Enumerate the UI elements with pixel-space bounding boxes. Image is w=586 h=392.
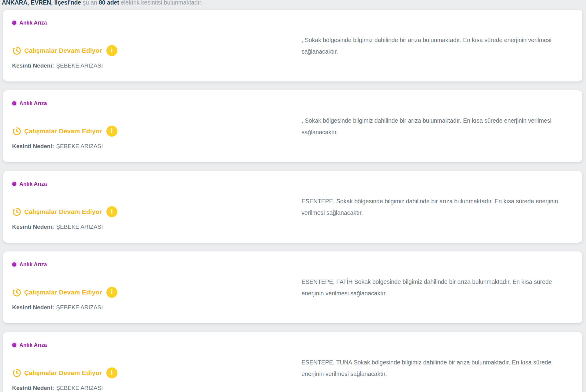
outage-reason: Kesinti Nedeni: ŞEBEKE ARIZASI: [12, 304, 287, 311]
outage-card: Anlık Arıza Çalışmalar Devam Ediyor i: [3, 332, 582, 392]
outage-summary-header: ANKARA, EVREN, İlçesi'nde şu an 80 adet …: [0, 0, 586, 6]
card-right-column: ESENTEPE, Sokak bölgesinde bilgimiz dahi…: [293, 179, 582, 235]
outage-card: Anlık Arıza Çalışmalar Devam Ediyor i: [3, 251, 582, 323]
card-left-column: Anlık Arıza Çalışmalar Devam Ediyor i: [3, 171, 293, 243]
info-icon[interactable]: i: [106, 287, 117, 298]
info-icon[interactable]: i: [106, 45, 117, 56]
status-label: Çalışmalar Devam Ediyor: [24, 128, 102, 135]
summary-tail-text: elektrik kesintisi bulunmaktadır.: [121, 0, 203, 6]
card-left-column: Anlık Arıza Çalışmalar Devam Ediyor i: [3, 10, 293, 81]
history-icon: [12, 46, 22, 55]
card-left-column: Anlık Arıza Çalışmalar Devam Ediyor i: [3, 90, 293, 162]
outage-reason: Kesinti Nedeni: ŞEBEKE ARIZASI: [12, 223, 287, 231]
card-right-column: ESENTEPE, FATİH Sokak bölgesinde bilgimi…: [293, 259, 582, 315]
outage-type-label: Anlık Arıza: [19, 342, 47, 348]
outage-type-label: Anlık Arıza: [19, 181, 47, 187]
outage-card: Anlık Arıza Çalışmalar Devam Ediyor i: [3, 10, 582, 81]
reason-value: ŞEBEKE ARIZASI: [56, 62, 103, 69]
outage-card: Anlık Arıza Çalışmalar Devam Ediyor i: [3, 90, 582, 162]
status-label: Çalışmalar Devam Ediyor: [24, 208, 102, 215]
card-right-column: , Sokak bölgesinde bilgimiz dahilinde bi…: [293, 18, 582, 74]
status-dot-icon: [12, 262, 16, 267]
history-icon: [12, 368, 22, 378]
status-label: Çalışmalar Devam Ediyor: [24, 289, 102, 296]
reason-label: Kesinti Nedeni:: [12, 143, 54, 150]
reason-label: Kesinti Nedeni:: [12, 224, 54, 230]
outage-description: , Sokak bölgesinde bilgimiz dahilinde bi…: [301, 34, 574, 57]
reason-label: Kesinti Nedeni:: [12, 62, 54, 69]
status-dot-icon: [12, 101, 16, 105]
outage-reason: Kesinti Nedeni: ŞEBEKE ARIZASI: [12, 384, 287, 392]
info-icon[interactable]: i: [106, 367, 117, 378]
info-icon-glyph: i: [111, 208, 113, 215]
outage-type-badge: Anlık Arıza: [12, 342, 287, 348]
card-right-column: ESENTEPE, TUNA Sokak bölgesinde bilgimiz…: [293, 340, 582, 392]
outage-reason: Kesinti Nedeni: ŞEBEKE ARIZASI: [12, 142, 287, 150]
info-icon[interactable]: i: [106, 206, 117, 217]
reason-value: ŞEBEKE ARIZASI: [56, 304, 103, 311]
outage-type-badge: Anlık Arıza: [12, 100, 287, 107]
summary-mid-text: şu an: [83, 0, 97, 6]
status-row: Çalışmalar Devam Ediyor i: [12, 125, 287, 137]
reason-value: ŞEBEKE ARIZASI: [56, 385, 103, 391]
reason-value: ŞEBEKE ARIZASI: [56, 143, 103, 150]
outage-description: , Sokak bölgesinde bilgimiz dahilinde bi…: [301, 115, 574, 138]
status-dot-icon: [12, 21, 16, 25]
outage-card-list: Anlık Arıza Çalışmalar Devam Ediyor i: [3, 10, 582, 392]
info-icon[interactable]: i: [106, 126, 117, 137]
info-icon-glyph: i: [111, 47, 113, 54]
summary-location: ANKARA, EVREN, İlçesi'nde: [2, 0, 81, 6]
info-icon-glyph: i: [111, 289, 113, 295]
status-row: Çalışmalar Devam Ediyor i: [12, 45, 287, 56]
status-dot-icon: [12, 343, 16, 347]
outage-type-label: Anlık Arıza: [19, 261, 47, 268]
status-row: Çalışmalar Devam Ediyor i: [12, 367, 287, 379]
status-label: Çalışmalar Devam Ediyor: [24, 47, 102, 54]
history-icon: [12, 207, 22, 217]
status-label: Çalışmalar Devam Ediyor: [24, 369, 102, 377]
outage-type-label: Anlık Arıza: [19, 100, 47, 107]
history-icon: [12, 288, 22, 297]
info-icon-glyph: i: [111, 370, 113, 376]
outage-list-page: ANKARA, EVREN, İlçesi'nde şu an 80 adet …: [0, 0, 586, 391]
reason-label: Kesinti Nedeni:: [12, 304, 54, 311]
status-row: Çalışmalar Devam Ediyor i: [12, 287, 287, 298]
outage-type-badge: Anlık Arıza: [12, 19, 287, 26]
outage-description: ESENTEPE, TUNA Sokak bölgesinde bilgimiz…: [301, 357, 574, 380]
reason-value: ŞEBEKE ARIZASI: [56, 224, 103, 230]
card-left-column: Anlık Arıza Çalışmalar Devam Ediyor i: [3, 251, 293, 323]
reason-label: Kesinti Nedeni:: [12, 385, 54, 391]
status-row: Çalışmalar Devam Ediyor i: [12, 206, 287, 218]
summary-count: 80 adet: [99, 0, 119, 6]
outage-description: ESENTEPE, FATİH Sokak bölgesinde bilgimi…: [301, 276, 574, 299]
card-right-column: , Sokak bölgesinde bilgimiz dahilinde bi…: [293, 98, 582, 154]
outage-reason: Kesinti Nedeni: ŞEBEKE ARIZASI: [12, 62, 287, 70]
history-icon: [12, 127, 22, 136]
status-dot-icon: [12, 182, 16, 186]
outage-type-badge: Anlık Arıza: [12, 261, 287, 268]
info-icon-glyph: i: [111, 128, 113, 134]
outage-type-badge: Anlık Arıza: [12, 181, 287, 187]
outage-description: ESENTEPE, Sokak bölgesinde bilgimiz dahi…: [301, 195, 574, 218]
outage-card: Anlık Arıza Çalışmalar Devam Ediyor i: [3, 171, 582, 243]
card-left-column: Anlık Arıza Çalışmalar Devam Ediyor i: [3, 332, 293, 392]
outage-type-label: Anlık Arıza: [19, 20, 47, 26]
